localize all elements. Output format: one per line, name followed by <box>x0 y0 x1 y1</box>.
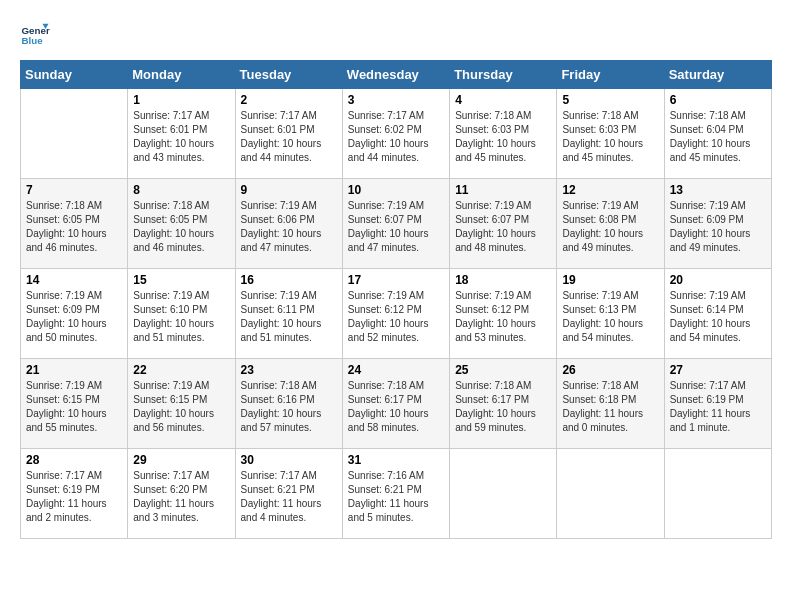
calendar-cell <box>450 449 557 539</box>
day-number: 13 <box>670 183 766 197</box>
day-info: Sunrise: 7:18 AMSunset: 6:04 PMDaylight:… <box>670 109 766 165</box>
calendar-cell: 8Sunrise: 7:18 AMSunset: 6:05 PMDaylight… <box>128 179 235 269</box>
calendar-cell: 5Sunrise: 7:18 AMSunset: 6:03 PMDaylight… <box>557 89 664 179</box>
day-info: Sunrise: 7:19 AMSunset: 6:12 PMDaylight:… <box>348 289 444 345</box>
calendar-cell: 1Sunrise: 7:17 AMSunset: 6:01 PMDaylight… <box>128 89 235 179</box>
day-info: Sunrise: 7:19 AMSunset: 6:07 PMDaylight:… <box>455 199 551 255</box>
day-number: 9 <box>241 183 337 197</box>
calendar-cell: 20Sunrise: 7:19 AMSunset: 6:14 PMDayligh… <box>664 269 771 359</box>
day-info: Sunrise: 7:17 AMSunset: 6:01 PMDaylight:… <box>241 109 337 165</box>
day-info: Sunrise: 7:19 AMSunset: 6:09 PMDaylight:… <box>26 289 122 345</box>
day-number: 20 <box>670 273 766 287</box>
day-number: 17 <box>348 273 444 287</box>
day-info: Sunrise: 7:17 AMSunset: 6:19 PMDaylight:… <box>670 379 766 435</box>
calendar-cell: 9Sunrise: 7:19 AMSunset: 6:06 PMDaylight… <box>235 179 342 269</box>
day-number: 12 <box>562 183 658 197</box>
day-info: Sunrise: 7:19 AMSunset: 6:15 PMDaylight:… <box>26 379 122 435</box>
calendar-week-row: 28Sunrise: 7:17 AMSunset: 6:19 PMDayligh… <box>21 449 772 539</box>
day-number: 29 <box>133 453 229 467</box>
calendar-week-row: 1Sunrise: 7:17 AMSunset: 6:01 PMDaylight… <box>21 89 772 179</box>
day-info: Sunrise: 7:17 AMSunset: 6:20 PMDaylight:… <box>133 469 229 525</box>
day-info: Sunrise: 7:18 AMSunset: 6:05 PMDaylight:… <box>133 199 229 255</box>
calendar-cell <box>664 449 771 539</box>
day-info: Sunrise: 7:19 AMSunset: 6:06 PMDaylight:… <box>241 199 337 255</box>
calendar-week-row: 7Sunrise: 7:18 AMSunset: 6:05 PMDaylight… <box>21 179 772 269</box>
day-number: 21 <box>26 363 122 377</box>
calendar-cell: 24Sunrise: 7:18 AMSunset: 6:17 PMDayligh… <box>342 359 449 449</box>
day-number: 4 <box>455 93 551 107</box>
header-monday: Monday <box>128 61 235 89</box>
day-info: Sunrise: 7:16 AMSunset: 6:21 PMDaylight:… <box>348 469 444 525</box>
day-number: 30 <box>241 453 337 467</box>
calendar-cell: 27Sunrise: 7:17 AMSunset: 6:19 PMDayligh… <box>664 359 771 449</box>
day-number: 24 <box>348 363 444 377</box>
day-number: 11 <box>455 183 551 197</box>
calendar-cell: 6Sunrise: 7:18 AMSunset: 6:04 PMDaylight… <box>664 89 771 179</box>
calendar-cell: 11Sunrise: 7:19 AMSunset: 6:07 PMDayligh… <box>450 179 557 269</box>
calendar-cell: 3Sunrise: 7:17 AMSunset: 6:02 PMDaylight… <box>342 89 449 179</box>
day-info: Sunrise: 7:18 AMSunset: 6:05 PMDaylight:… <box>26 199 122 255</box>
day-number: 15 <box>133 273 229 287</box>
day-number: 8 <box>133 183 229 197</box>
calendar-cell: 12Sunrise: 7:19 AMSunset: 6:08 PMDayligh… <box>557 179 664 269</box>
calendar-cell: 13Sunrise: 7:19 AMSunset: 6:09 PMDayligh… <box>664 179 771 269</box>
header-friday: Friday <box>557 61 664 89</box>
calendar-header-row: SundayMondayTuesdayWednesdayThursdayFrid… <box>21 61 772 89</box>
day-info: Sunrise: 7:18 AMSunset: 6:17 PMDaylight:… <box>455 379 551 435</box>
header-thursday: Thursday <box>450 61 557 89</box>
day-info: Sunrise: 7:19 AMSunset: 6:12 PMDaylight:… <box>455 289 551 345</box>
calendar-cell: 21Sunrise: 7:19 AMSunset: 6:15 PMDayligh… <box>21 359 128 449</box>
day-number: 3 <box>348 93 444 107</box>
header-tuesday: Tuesday <box>235 61 342 89</box>
day-info: Sunrise: 7:18 AMSunset: 6:18 PMDaylight:… <box>562 379 658 435</box>
day-number: 2 <box>241 93 337 107</box>
day-number: 18 <box>455 273 551 287</box>
day-number: 28 <box>26 453 122 467</box>
day-info: Sunrise: 7:17 AMSunset: 6:21 PMDaylight:… <box>241 469 337 525</box>
day-info: Sunrise: 7:18 AMSunset: 6:03 PMDaylight:… <box>562 109 658 165</box>
calendar-cell: 16Sunrise: 7:19 AMSunset: 6:11 PMDayligh… <box>235 269 342 359</box>
day-info: Sunrise: 7:19 AMSunset: 6:13 PMDaylight:… <box>562 289 658 345</box>
day-number: 14 <box>26 273 122 287</box>
header-sunday: Sunday <box>21 61 128 89</box>
calendar-cell: 17Sunrise: 7:19 AMSunset: 6:12 PMDayligh… <box>342 269 449 359</box>
calendar-cell: 25Sunrise: 7:18 AMSunset: 6:17 PMDayligh… <box>450 359 557 449</box>
logo: General Blue <box>20 20 54 50</box>
day-info: Sunrise: 7:19 AMSunset: 6:08 PMDaylight:… <box>562 199 658 255</box>
day-number: 31 <box>348 453 444 467</box>
day-number: 27 <box>670 363 766 377</box>
calendar-cell: 23Sunrise: 7:18 AMSunset: 6:16 PMDayligh… <box>235 359 342 449</box>
day-number: 7 <box>26 183 122 197</box>
calendar-cell: 18Sunrise: 7:19 AMSunset: 6:12 PMDayligh… <box>450 269 557 359</box>
day-number: 5 <box>562 93 658 107</box>
day-number: 10 <box>348 183 444 197</box>
calendar-cell <box>557 449 664 539</box>
calendar-cell: 28Sunrise: 7:17 AMSunset: 6:19 PMDayligh… <box>21 449 128 539</box>
day-number: 26 <box>562 363 658 377</box>
day-info: Sunrise: 7:19 AMSunset: 6:10 PMDaylight:… <box>133 289 229 345</box>
calendar-cell: 10Sunrise: 7:19 AMSunset: 6:07 PMDayligh… <box>342 179 449 269</box>
day-info: Sunrise: 7:19 AMSunset: 6:14 PMDaylight:… <box>670 289 766 345</box>
header-wednesday: Wednesday <box>342 61 449 89</box>
calendar-week-row: 21Sunrise: 7:19 AMSunset: 6:15 PMDayligh… <box>21 359 772 449</box>
day-number: 22 <box>133 363 229 377</box>
day-info: Sunrise: 7:17 AMSunset: 6:01 PMDaylight:… <box>133 109 229 165</box>
calendar-cell <box>21 89 128 179</box>
calendar-cell: 29Sunrise: 7:17 AMSunset: 6:20 PMDayligh… <box>128 449 235 539</box>
day-info: Sunrise: 7:17 AMSunset: 6:19 PMDaylight:… <box>26 469 122 525</box>
calendar-cell: 2Sunrise: 7:17 AMSunset: 6:01 PMDaylight… <box>235 89 342 179</box>
day-number: 19 <box>562 273 658 287</box>
calendar-week-row: 14Sunrise: 7:19 AMSunset: 6:09 PMDayligh… <box>21 269 772 359</box>
calendar-cell: 4Sunrise: 7:18 AMSunset: 6:03 PMDaylight… <box>450 89 557 179</box>
calendar-cell: 15Sunrise: 7:19 AMSunset: 6:10 PMDayligh… <box>128 269 235 359</box>
calendar-cell: 26Sunrise: 7:18 AMSunset: 6:18 PMDayligh… <box>557 359 664 449</box>
day-number: 23 <box>241 363 337 377</box>
logo-icon: General Blue <box>20 20 50 50</box>
calendar-cell: 19Sunrise: 7:19 AMSunset: 6:13 PMDayligh… <box>557 269 664 359</box>
day-info: Sunrise: 7:18 AMSunset: 6:16 PMDaylight:… <box>241 379 337 435</box>
header-saturday: Saturday <box>664 61 771 89</box>
day-number: 16 <box>241 273 337 287</box>
day-number: 25 <box>455 363 551 377</box>
day-number: 1 <box>133 93 229 107</box>
calendar-cell: 14Sunrise: 7:19 AMSunset: 6:09 PMDayligh… <box>21 269 128 359</box>
